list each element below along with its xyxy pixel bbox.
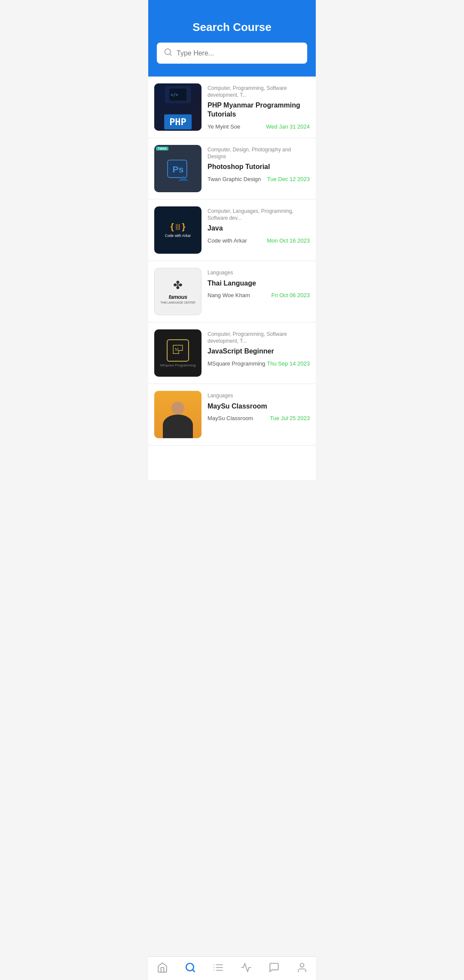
svg-text:M: M	[175, 347, 179, 351]
course-author-java: Code with Arkar	[208, 237, 247, 244]
home-icon	[157, 962, 168, 973]
course-title-php: PHP Myanmar Programming Tutorials	[208, 101, 310, 119]
nav-announcement[interactable]	[241, 962, 252, 973]
page-title: Search Course	[157, 21, 307, 34]
search-input[interactable]	[177, 49, 300, 57]
course-author-maysu: MaySu Classroom	[208, 415, 253, 421]
profile-icon	[296, 962, 308, 973]
course-item-thai[interactable]: ✤ famous THAI LANGUAGE CENTER Languages …	[148, 261, 316, 323]
course-author-php: Ye Myint Soe	[208, 123, 240, 130]
course-meta-maysu: MaySu Classroom Tue Jul 25 2023	[208, 415, 310, 421]
course-info-javascript: Computer, Programming, Software developm…	[208, 329, 310, 367]
course-title-thai: Thai Language	[208, 279, 310, 288]
svg-text:</>: </>	[171, 92, 178, 97]
search-icon	[164, 48, 172, 58]
course-meta-thai: Nang Woe Kham Fri Oct 06 2023	[208, 292, 310, 298]
course-title-javascript: JavaScript Beginner	[208, 347, 310, 356]
course-meta-php: Ye Myint Soe Wed Jan 31 2024	[208, 123, 310, 130]
course-title-maysu: MaySu Classroom	[208, 402, 310, 411]
course-tags-javascript: Computer, Programming, Software developm…	[208, 331, 310, 344]
course-thumbnail-thai: ✤ famous THAI LANGUAGE CENTER	[154, 268, 201, 315]
search-bar[interactable]	[157, 43, 307, 64]
nav-search[interactable]	[185, 962, 196, 973]
list-icon	[213, 962, 224, 973]
course-date-photoshop: Tue Dec 12 2023	[267, 176, 310, 182]
course-item-javascript[interactable]: M MSquare Programming Computer, Programm…	[148, 323, 316, 384]
course-meta-java: Code with Arkar Mon Oct 16 2023	[208, 237, 310, 244]
nav-home[interactable]	[157, 962, 168, 973]
course-thumbnail-photoshop: TWAN Ps	[154, 145, 201, 192]
svg-point-19	[300, 963, 304, 967]
svg-line-1	[170, 54, 171, 55]
nav-profile[interactable]	[296, 962, 308, 973]
nav-list[interactable]	[213, 962, 224, 973]
search-icon	[185, 962, 196, 973]
course-title-java: Java	[208, 224, 310, 233]
announcement-icon	[241, 962, 252, 973]
course-info-maysu: Languages MaySu Classroom MaySu Classroo…	[208, 391, 310, 421]
course-date-thai: Fri Oct 06 2023	[271, 292, 310, 298]
course-tags-php: Computer, Programming, Software developm…	[208, 85, 310, 98]
course-tags-thai: Languages	[208, 270, 310, 276]
course-info-photoshop: Computer, Design, Photography and Design…	[208, 145, 310, 182]
course-info-thai: Languages Thai Language Nang Woe Kham Fr…	[208, 268, 310, 298]
course-tags-maysu: Languages	[208, 393, 310, 399]
course-author-photoshop: Twan Graphic Design	[208, 176, 261, 182]
course-thumbnail-javascript: M MSquare Programming	[154, 329, 201, 377]
course-thumbnail-php: PHP </>	[154, 83, 201, 131]
course-item-java[interactable]: { ||| } Code with Arkar Computer, Langua…	[148, 200, 316, 261]
course-item-php[interactable]: PHP </> Computer, Programming, Software …	[148, 77, 316, 138]
bottom-nav	[148, 956, 316, 980]
svg-line-12	[192, 970, 195, 972]
course-title-photoshop: Photoshop Tutorial	[208, 163, 310, 172]
course-tags-photoshop: Computer, Design, Photography and Design…	[208, 147, 310, 160]
header: Search Course	[148, 0, 316, 77]
course-date-java: Mon Oct 16 2023	[267, 237, 310, 244]
course-thumbnail-maysu	[154, 391, 201, 438]
course-author-javascript: MSquare Programming	[208, 360, 265, 367]
course-thumbnail-java: { ||| } Code with Arkar	[154, 206, 201, 254]
course-item-photoshop[interactable]: TWAN Ps Computer, Design, Photography an…	[148, 138, 316, 200]
courses-list: PHP </> Computer, Programming, Software …	[148, 77, 316, 480]
course-date-javascript: Thu Sep 14 2023	[267, 360, 310, 367]
course-item-maysu[interactable]: Languages MaySu Classroom MaySu Classroo…	[148, 384, 316, 445]
svg-text:Ps: Ps	[172, 164, 183, 174]
course-tags-java: Computer, Languages, Programming, Softwa…	[208, 208, 310, 221]
nav-chat[interactable]	[269, 962, 280, 973]
course-date-php: Wed Jan 31 2024	[266, 123, 310, 130]
course-date-maysu: Tue Jul 25 2023	[270, 415, 310, 421]
chat-icon	[269, 962, 280, 973]
course-info-php: Computer, Programming, Software developm…	[208, 83, 310, 130]
course-info-java: Computer, Languages, Programming, Softwa…	[208, 206, 310, 244]
course-author-thai: Nang Woe Kham	[208, 292, 250, 298]
course-meta-photoshop: Twan Graphic Design Tue Dec 12 2023	[208, 176, 310, 182]
course-meta-javascript: MSquare Programming Thu Sep 14 2023	[208, 360, 310, 367]
